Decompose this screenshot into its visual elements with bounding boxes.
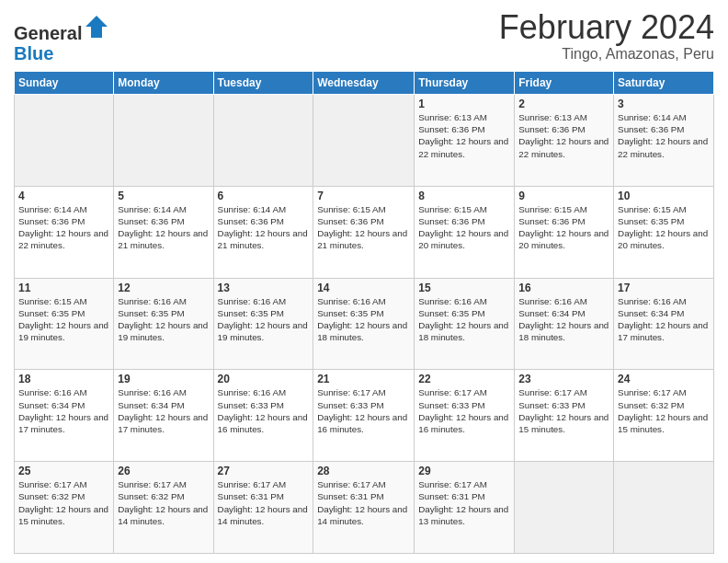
day-info: Sunrise: 6:14 AMSunset: 6:36 PMDaylight:…: [218, 203, 310, 252]
title-block: February 2024 Tingo, Amazonas, Peru: [499, 9, 714, 63]
table-row: [15, 95, 114, 187]
day-number: 6: [218, 190, 310, 202]
page-title: February 2024: [499, 9, 714, 46]
day-number: 16: [518, 282, 609, 294]
day-number: 17: [618, 282, 710, 294]
table-row: 23Sunrise: 6:17 AMSunset: 6:33 PMDayligh…: [515, 370, 614, 462]
day-info: Sunrise: 6:16 AMSunset: 6:35 PMDaylight:…: [218, 295, 310, 344]
day-info: Sunrise: 6:15 AMSunset: 6:35 PMDaylight:…: [18, 295, 109, 344]
table-row: [313, 95, 415, 187]
day-number: 20: [218, 373, 310, 385]
page-subtitle: Tingo, Amazonas, Peru: [499, 46, 714, 63]
table-row: [515, 462, 614, 554]
col-monday: Monday: [114, 72, 213, 95]
table-row: [614, 462, 714, 554]
day-info: Sunrise: 6:17 AMSunset: 6:33 PMDaylight:…: [317, 386, 410, 435]
table-row: 3Sunrise: 6:14 AMSunset: 6:36 PMDaylight…: [614, 95, 714, 187]
day-info: Sunrise: 6:13 AMSunset: 6:36 PMDaylight:…: [518, 111, 609, 160]
col-sunday: Sunday: [15, 72, 114, 95]
calendar-week-row: 18Sunrise: 6:16 AMSunset: 6:34 PMDayligh…: [15, 370, 714, 462]
table-row: [114, 95, 213, 187]
day-number: 25: [18, 465, 109, 477]
table-row: 21Sunrise: 6:17 AMSunset: 6:33 PMDayligh…: [313, 370, 415, 462]
table-row: 22Sunrise: 6:17 AMSunset: 6:33 PMDayligh…: [415, 370, 515, 462]
day-number: 3: [618, 98, 710, 110]
day-info: Sunrise: 6:16 AMSunset: 6:33 PMDaylight:…: [218, 386, 310, 435]
day-info: Sunrise: 6:14 AMSunset: 6:36 PMDaylight:…: [18, 203, 109, 252]
table-row: 5Sunrise: 6:14 AMSunset: 6:36 PMDaylight…: [114, 186, 213, 278]
day-info: Sunrise: 6:15 AMSunset: 6:36 PMDaylight:…: [317, 203, 410, 252]
logo-icon: [84, 14, 109, 40]
day-number: 1: [418, 98, 510, 110]
day-info: Sunrise: 6:16 AMSunset: 6:34 PMDaylight:…: [518, 295, 609, 344]
table-row: 1Sunrise: 6:13 AMSunset: 6:36 PMDaylight…: [415, 95, 515, 187]
table-row: 14Sunrise: 6:16 AMSunset: 6:35 PMDayligh…: [313, 278, 415, 370]
day-number: 14: [317, 282, 410, 294]
table-row: 7Sunrise: 6:15 AMSunset: 6:36 PMDaylight…: [313, 186, 415, 278]
day-number: 5: [118, 190, 209, 202]
day-info: Sunrise: 6:15 AMSunset: 6:36 PMDaylight:…: [518, 203, 609, 252]
logo: General Blue: [14, 14, 109, 63]
table-row: 17Sunrise: 6:16 AMSunset: 6:34 PMDayligh…: [614, 278, 714, 370]
day-number: 29: [418, 465, 510, 477]
day-number: 23: [518, 373, 609, 385]
table-row: 29Sunrise: 6:17 AMSunset: 6:31 PMDayligh…: [415, 462, 515, 554]
col-friday: Friday: [515, 72, 614, 95]
col-saturday: Saturday: [614, 72, 714, 95]
table-row: 24Sunrise: 6:17 AMSunset: 6:32 PMDayligh…: [614, 370, 714, 462]
page-header: General Blue February 2024 Tingo, Amazon…: [14, 9, 714, 63]
table-row: 12Sunrise: 6:16 AMSunset: 6:35 PMDayligh…: [114, 278, 213, 370]
logo-blue-text: Blue: [14, 43, 53, 63]
table-row: 26Sunrise: 6:17 AMSunset: 6:32 PMDayligh…: [114, 462, 213, 554]
table-row: 15Sunrise: 6:16 AMSunset: 6:35 PMDayligh…: [415, 278, 515, 370]
calendar-week-row: 25Sunrise: 6:17 AMSunset: 6:32 PMDayligh…: [15, 462, 714, 554]
day-info: Sunrise: 6:17 AMSunset: 6:32 PMDaylight:…: [118, 478, 209, 527]
day-number: 18: [18, 373, 109, 385]
table-row: 28Sunrise: 6:17 AMSunset: 6:31 PMDayligh…: [313, 462, 415, 554]
table-row: 9Sunrise: 6:15 AMSunset: 6:36 PMDaylight…: [515, 186, 614, 278]
day-number: 12: [118, 282, 209, 294]
table-row: 27Sunrise: 6:17 AMSunset: 6:31 PMDayligh…: [213, 462, 313, 554]
day-info: Sunrise: 6:17 AMSunset: 6:31 PMDaylight:…: [317, 478, 410, 527]
day-number: 9: [518, 190, 609, 202]
day-number: 4: [18, 190, 109, 202]
table-row: 2Sunrise: 6:13 AMSunset: 6:36 PMDaylight…: [515, 95, 614, 187]
day-number: 2: [518, 98, 609, 110]
day-number: 24: [618, 373, 710, 385]
calendar-week-row: 11Sunrise: 6:15 AMSunset: 6:35 PMDayligh…: [15, 278, 714, 370]
day-info: Sunrise: 6:16 AMSunset: 6:35 PMDaylight:…: [317, 295, 410, 344]
day-number: 10: [618, 190, 710, 202]
day-number: 15: [418, 282, 510, 294]
day-info: Sunrise: 6:14 AMSunset: 6:36 PMDaylight:…: [118, 203, 209, 252]
logo-general-text: General: [14, 23, 82, 43]
day-number: 8: [418, 190, 510, 202]
table-row: 20Sunrise: 6:16 AMSunset: 6:33 PMDayligh…: [213, 370, 313, 462]
day-info: Sunrise: 6:16 AMSunset: 6:35 PMDaylight:…: [118, 295, 209, 344]
day-info: Sunrise: 6:16 AMSunset: 6:34 PMDaylight:…: [118, 386, 209, 435]
table-row: 11Sunrise: 6:15 AMSunset: 6:35 PMDayligh…: [15, 278, 114, 370]
day-info: Sunrise: 6:17 AMSunset: 6:33 PMDaylight:…: [418, 386, 510, 435]
day-number: 11: [18, 282, 109, 294]
day-number: 19: [118, 373, 209, 385]
table-row: 8Sunrise: 6:15 AMSunset: 6:36 PMDaylight…: [415, 186, 515, 278]
day-info: Sunrise: 6:17 AMSunset: 6:33 PMDaylight:…: [518, 386, 609, 435]
day-info: Sunrise: 6:17 AMSunset: 6:31 PMDaylight:…: [418, 478, 510, 527]
day-info: Sunrise: 6:16 AMSunset: 6:35 PMDaylight:…: [418, 295, 510, 344]
svg-marker-0: [85, 16, 108, 38]
day-info: Sunrise: 6:17 AMSunset: 6:32 PMDaylight:…: [18, 478, 109, 527]
day-number: 13: [218, 282, 310, 294]
day-info: Sunrise: 6:14 AMSunset: 6:36 PMDaylight:…: [618, 111, 710, 160]
col-thursday: Thursday: [415, 72, 515, 95]
calendar-week-row: 1Sunrise: 6:13 AMSunset: 6:36 PMDaylight…: [15, 95, 714, 187]
day-number: 28: [317, 465, 410, 477]
table-row: 13Sunrise: 6:16 AMSunset: 6:35 PMDayligh…: [213, 278, 313, 370]
table-row: 6Sunrise: 6:14 AMSunset: 6:36 PMDaylight…: [213, 186, 313, 278]
day-number: 7: [317, 190, 410, 202]
col-wednesday: Wednesday: [313, 72, 415, 95]
day-info: Sunrise: 6:15 AMSunset: 6:35 PMDaylight:…: [618, 203, 710, 252]
calendar-week-row: 4Sunrise: 6:14 AMSunset: 6:36 PMDaylight…: [15, 186, 714, 278]
day-info: Sunrise: 6:15 AMSunset: 6:36 PMDaylight:…: [418, 203, 510, 252]
table-row: 25Sunrise: 6:17 AMSunset: 6:32 PMDayligh…: [15, 462, 114, 554]
day-number: 22: [418, 373, 510, 385]
table-row: 18Sunrise: 6:16 AMSunset: 6:34 PMDayligh…: [15, 370, 114, 462]
